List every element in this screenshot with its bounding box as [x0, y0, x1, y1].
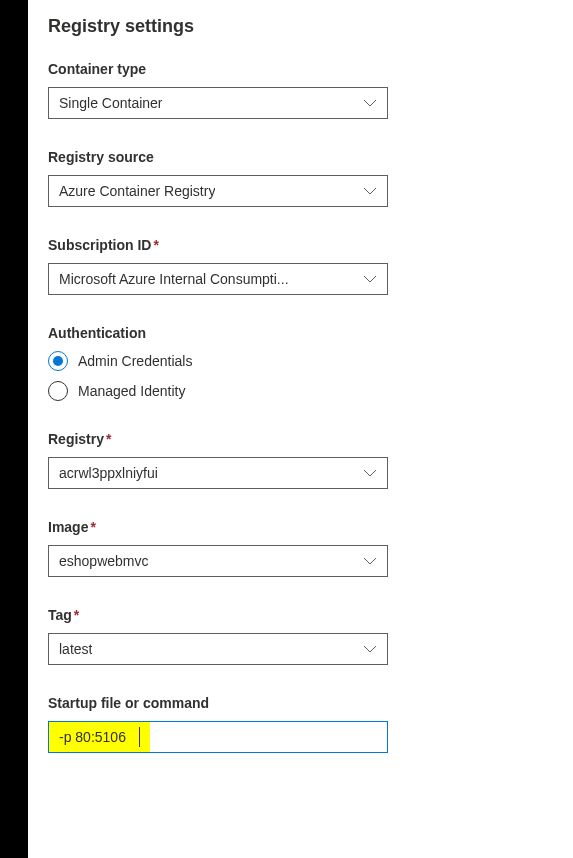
radio-admin-credentials[interactable]: Admin Credentials — [48, 351, 553, 371]
radio-managed-identity[interactable]: Managed Identity — [48, 381, 553, 401]
registry-source-label: Registry source — [48, 149, 553, 165]
image-value: eshopwebmvc — [59, 553, 149, 569]
startup-label: Startup file or command — [48, 695, 553, 711]
field-tag: Tag* latest — [48, 607, 553, 665]
image-label: Image* — [48, 519, 553, 535]
field-startup: Startup file or command — [48, 695, 553, 753]
registry-label: Registry* — [48, 431, 553, 447]
authentication-label: Authentication — [48, 325, 553, 341]
required-indicator: * — [90, 519, 95, 535]
field-authentication: Authentication Admin Credentials Managed… — [48, 325, 553, 401]
chevron-down-icon — [363, 98, 377, 108]
field-image: Image* eshopwebmvc — [48, 519, 553, 577]
chevron-down-icon — [363, 556, 377, 566]
radio-managed-identity-label: Managed Identity — [78, 383, 185, 399]
registry-source-dropdown[interactable]: Azure Container Registry — [48, 175, 388, 207]
authentication-radio-group: Admin Credentials Managed Identity — [48, 351, 553, 401]
chevron-down-icon — [363, 644, 377, 654]
registry-source-value: Azure Container Registry — [59, 183, 215, 199]
radio-circle-icon — [48, 351, 68, 371]
text-cursor — [139, 727, 140, 747]
required-indicator: * — [74, 607, 79, 623]
left-rail — [0, 0, 28, 858]
registry-value: acrwl3ppxlniyfui — [59, 465, 158, 481]
field-registry-source: Registry source Azure Container Registry — [48, 149, 553, 207]
image-dropdown[interactable]: eshopwebmvc — [48, 545, 388, 577]
radio-selected-dot — [53, 356, 63, 366]
container-type-label: Container type — [48, 61, 553, 77]
tag-value: latest — [59, 641, 92, 657]
chevron-down-icon — [363, 468, 377, 478]
container-type-value: Single Container — [59, 95, 163, 111]
tag-label-text: Tag — [48, 607, 72, 623]
chevron-down-icon — [363, 186, 377, 196]
subscription-id-dropdown[interactable]: Microsoft Azure Internal Consumpti... — [48, 263, 388, 295]
field-container-type: Container type Single Container — [48, 61, 553, 119]
required-indicator: * — [153, 237, 158, 253]
radio-admin-credentials-label: Admin Credentials — [78, 353, 192, 369]
chevron-down-icon — [363, 274, 377, 284]
subscription-id-label: Subscription ID* — [48, 237, 553, 253]
tag-label: Tag* — [48, 607, 553, 623]
subscription-id-value: Microsoft Azure Internal Consumpti... — [59, 271, 289, 287]
radio-circle-icon — [48, 381, 68, 401]
registry-label-text: Registry — [48, 431, 104, 447]
registry-dropdown[interactable]: acrwl3ppxlniyfui — [48, 457, 388, 489]
subscription-id-label-text: Subscription ID — [48, 237, 151, 253]
startup-input[interactable] — [48, 721, 388, 753]
startup-input-wrapper — [48, 721, 388, 753]
settings-panel: Registry settings Container type Single … — [28, 0, 573, 858]
field-subscription-id: Subscription ID* Microsoft Azure Interna… — [48, 237, 553, 295]
field-registry: Registry* acrwl3ppxlniyfui — [48, 431, 553, 489]
required-indicator: * — [106, 431, 111, 447]
tag-dropdown[interactable]: latest — [48, 633, 388, 665]
container-type-dropdown[interactable]: Single Container — [48, 87, 388, 119]
page-title: Registry settings — [48, 16, 553, 37]
image-label-text: Image — [48, 519, 88, 535]
